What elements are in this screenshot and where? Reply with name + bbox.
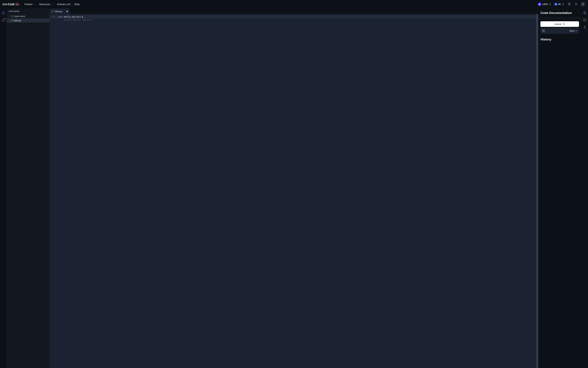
nav-product[interactable]: Product xyxy=(22,2,37,7)
credits-value: 1,975 xyxy=(542,3,548,5)
theme-button[interactable] xyxy=(573,1,579,7)
activity-bar xyxy=(0,9,7,368)
nav-product-label: Product xyxy=(24,3,32,6)
notification-dot xyxy=(5,18,6,19)
help-button[interactable] xyxy=(566,1,572,7)
folder-name: Hello World xyxy=(14,15,25,18)
editor-area: hello.py 1 def hello_world(): print("Hel… xyxy=(49,9,538,368)
user-icon xyxy=(582,3,584,6)
folder-icon xyxy=(11,15,13,18)
file-row-hello-py[interactable]: hello.py xyxy=(7,18,49,23)
credits-stat[interactable]: 1,975 xyxy=(537,2,552,7)
tab-hello-py[interactable]: hello.py xyxy=(49,9,70,14)
flask-icon xyxy=(583,26,586,29)
logo-lines-icon xyxy=(15,3,19,5)
line-number: 1 xyxy=(49,15,56,18)
image-icon xyxy=(542,29,545,32)
logo[interactable]: AskCodi xyxy=(2,2,19,6)
dirty-indicator xyxy=(67,11,68,12)
logo-bold-text: Codi xyxy=(8,2,14,6)
chevron-down-icon xyxy=(8,15,10,17)
activity-chat[interactable] xyxy=(0,17,6,23)
svg-point-20 xyxy=(543,30,543,31)
svg-point-17 xyxy=(582,3,583,4)
crown-icon xyxy=(554,3,557,6)
file-name: hello.py xyxy=(14,19,21,22)
editor-scrollbar[interactable] xyxy=(536,14,538,368)
logo-thin-text: Ask xyxy=(2,2,7,6)
nav-activate-llm[interactable]: Activate LLM xyxy=(55,2,72,7)
rail-diff[interactable] xyxy=(582,17,587,23)
doc-panel-title: Code Documentation xyxy=(538,9,581,17)
crown-value: 92 xyxy=(558,3,561,5)
rail-lab[interactable] xyxy=(582,25,587,30)
right-rail xyxy=(581,9,588,368)
tab-label: hello.py xyxy=(55,10,62,13)
arrow-right-icon xyxy=(562,23,565,25)
mode-selector[interactable]: Base xyxy=(540,28,579,34)
info-icon xyxy=(549,3,551,5)
info-icon xyxy=(562,3,564,5)
text-cursor xyxy=(82,16,83,18)
history-title: History xyxy=(538,34,581,43)
chat-icon xyxy=(2,18,5,22)
rail-documentation[interactable] xyxy=(582,10,587,15)
folder-row[interactable]: Hello World xyxy=(7,14,49,18)
python-file-icon xyxy=(51,10,54,12)
crown-stat[interactable]: 92 xyxy=(553,2,565,6)
chevron-down-icon xyxy=(33,3,35,5)
mode-label: Base xyxy=(570,30,575,32)
code-line-1: def hello_world(): xyxy=(56,15,83,18)
nav-activate-label: Activate LLM xyxy=(57,3,70,6)
ghost-suggestion: print("Hello, World!") xyxy=(56,18,93,21)
help-icon xyxy=(568,3,571,6)
diff-icon xyxy=(583,18,586,22)
doc-icon xyxy=(583,11,586,14)
chevron-down-icon xyxy=(51,3,53,5)
line-number-blank xyxy=(49,18,56,21)
svg-line-11 xyxy=(575,3,575,3)
account-button[interactable] xyxy=(580,1,586,7)
nav-resources[interactable]: Resources xyxy=(37,2,55,7)
doc-panel: Code Documentation Submit Base History xyxy=(538,9,581,368)
bolt-icon xyxy=(538,3,541,6)
submit-label: Submit xyxy=(554,23,561,25)
file-icon xyxy=(2,11,5,15)
activity-explorer[interactable] xyxy=(0,10,6,16)
svg-point-8 xyxy=(576,4,577,5)
nav-shop-label: Shop xyxy=(74,3,80,6)
python-file-icon xyxy=(10,19,13,22)
nav-shop[interactable]: Shop xyxy=(72,2,82,7)
sun-icon xyxy=(575,3,578,6)
chevron-down-icon xyxy=(575,30,577,32)
svg-line-15 xyxy=(575,5,575,5)
nav-resources-label: Resources xyxy=(39,3,50,6)
submit-button[interactable]: Submit xyxy=(540,21,579,27)
explorer-panel: EXPLORER Hello World hello.py xyxy=(7,9,49,368)
code-editor[interactable]: 1 def hello_world(): print("Hello, World… xyxy=(49,14,538,368)
editor-tabs: hello.py xyxy=(49,9,538,14)
explorer-title: EXPLORER xyxy=(7,9,49,14)
